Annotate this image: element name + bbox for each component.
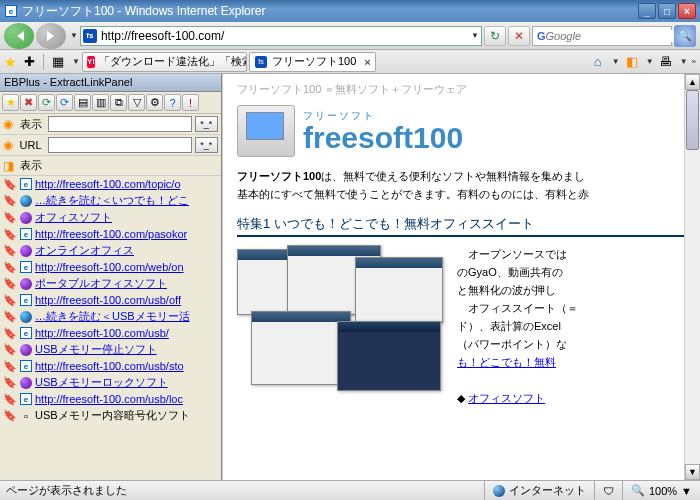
- tools-menu[interactable]: »: [692, 57, 696, 66]
- link-text: USBメモリーロックソフト: [35, 375, 168, 390]
- forward-button[interactable]: [36, 23, 66, 49]
- link-list-item[interactable]: 🔖ehttp://freesoft-100.com/usb/loc: [0, 391, 221, 407]
- minimize-button[interactable]: _: [638, 3, 656, 19]
- section-title: 特集1 いつでも！どこでも！無料オフィススイート: [237, 213, 686, 237]
- link-text: …続きを読む＜いつでも！どこ: [35, 193, 189, 208]
- address-input[interactable]: [97, 29, 469, 43]
- scroll-up-button[interactable]: ▲: [685, 74, 700, 90]
- panel-topic-link[interactable]: 🔖 e http://freesoft-100.com/topic/o: [0, 176, 221, 192]
- protected-mode-icon[interactable]: 🛡: [594, 481, 622, 500]
- add-favorite-icon[interactable]: ✚: [19, 53, 39, 71]
- search-input[interactable]: [546, 30, 685, 42]
- url-wildcard-button[interactable]: *_*: [195, 137, 218, 153]
- link-list-item[interactable]: 🔖オンラインオフィス: [0, 242, 221, 259]
- zoom-control[interactable]: 🔍 100% ▼: [622, 481, 700, 500]
- scroll-down-button[interactable]: ▼: [685, 464, 700, 480]
- panel-btn-view[interactable]: ▥: [92, 94, 109, 111]
- intro-paragraph: フリーソフト100は、無料で使える便利なソフトや無料情報を集めまし 基本的にすべ…: [237, 167, 686, 203]
- purple-dot-icon: [19, 376, 33, 390]
- ie-page-icon: e: [19, 227, 33, 241]
- address-dropdown[interactable]: ▼: [471, 31, 479, 40]
- bookmark-icon: 🔖: [3, 260, 17, 274]
- close-button[interactable]: ×: [678, 3, 696, 19]
- display-input[interactable]: [48, 116, 192, 132]
- page-content: フリーソフト100 ＝無料ソフト＋フリーウェア フリーソフト freesoft1…: [222, 74, 700, 480]
- panel-btn-about[interactable]: !: [182, 94, 199, 111]
- bookmark-icon: 🔖: [3, 293, 17, 307]
- link-list-item[interactable]: 🔖ehttp://freesoft-100.com/usb/off: [0, 292, 221, 308]
- link-text: USBメモリー内容暗号化ソフト: [35, 408, 190, 423]
- nav-toolbar: ▼ fs ▼ ↻ ✕ G 🔍: [0, 22, 700, 50]
- panel-btn-doc[interactable]: ▤: [74, 94, 91, 111]
- computer-icon: [237, 105, 295, 157]
- link-list-item[interactable]: 🔖ehttp://freesoft-100.com/usb/sto: [0, 358, 221, 374]
- window-titlebar: e フリーソフト100 - Windows Internet Explorer …: [0, 0, 700, 22]
- bookmark-icon: 🔖: [3, 277, 17, 291]
- google-icon: G: [537, 30, 546, 42]
- link-text: http://freesoft-100.com/usb/: [35, 327, 169, 339]
- bookmark-icon: 🔖: [3, 392, 17, 406]
- bookmark-icon: 🔖: [3, 211, 17, 225]
- more-link[interactable]: も！どこでも！無料: [457, 356, 556, 368]
- display-wildcard-button[interactable]: *_*: [195, 116, 218, 132]
- bookmark-icon: 🔖: [3, 326, 17, 340]
- purple-dot-icon: [19, 244, 33, 258]
- bookmark-icon: 🔖: [3, 310, 17, 324]
- back-button[interactable]: [4, 23, 34, 49]
- tab-close-icon[interactable]: ×: [364, 56, 370, 68]
- link-text: http://freesoft-100.com/usb/sto: [35, 360, 184, 372]
- link-list-item[interactable]: 🔖ehttp://freesoft-100.com/pasokor: [0, 226, 221, 242]
- link-list-item[interactable]: 🔖USBメモリー停止ソフト: [0, 341, 221, 358]
- vertical-scrollbar[interactable]: ▲ ▼: [684, 74, 700, 480]
- panel-btn-refresh2[interactable]: ⟳: [56, 94, 73, 111]
- favorites-star-icon[interactable]: ★: [4, 54, 17, 70]
- url-input[interactable]: [48, 137, 192, 153]
- logo-text: freesoft100: [303, 123, 463, 153]
- link-list-item[interactable]: 🔖ehttp://freesoft-100.com/usb/: [0, 325, 221, 341]
- link-text: …続きを読む＜USBメモリー活: [35, 309, 190, 324]
- quicktabs-icon[interactable]: ▦: [48, 53, 68, 71]
- link-list-item[interactable]: 🔖…続きを読む＜USBメモリー活: [0, 308, 221, 325]
- link-list-item[interactable]: 🔖▫USBメモリー内容暗号化ソフト: [0, 407, 221, 424]
- breadcrumb: フリーソフト100 ＝無料ソフト＋フリーウェア: [237, 82, 686, 97]
- history-dropdown[interactable]: ▼: [70, 31, 78, 40]
- panel-btn-filter[interactable]: ▽: [128, 94, 145, 111]
- tab-1[interactable]: Y! 「ダウンロード違法化」「検索…: [82, 52, 247, 72]
- panel-btn-copy[interactable]: ⧉: [110, 94, 127, 111]
- address-bar[interactable]: fs ▼: [80, 26, 482, 46]
- scrollbar-thumb[interactable]: [686, 90, 699, 150]
- print-icon[interactable]: 🖶: [656, 53, 676, 71]
- panel-btn-help[interactable]: ?: [164, 94, 181, 111]
- panel-btn-x[interactable]: ✖: [20, 94, 37, 111]
- panel-btn-star[interactable]: ★: [2, 94, 19, 111]
- link-list-item[interactable]: 🔖USBメモリーロックソフト: [0, 374, 221, 391]
- bookmark-icon: 🔖: [3, 244, 17, 258]
- link-text: http://freesoft-100.com/usb/loc: [35, 393, 183, 405]
- link-list-item[interactable]: 🔖ポータブルオフィスソフト: [0, 275, 221, 292]
- ie-page-icon: e: [19, 260, 33, 274]
- panel-title: EBPlus - ExtractLinkPanel: [0, 74, 221, 92]
- home-icon[interactable]: ⌂: [588, 53, 608, 71]
- office-soft-link[interactable]: オフィスソフト: [468, 392, 545, 404]
- purple-dot-icon: [19, 343, 33, 357]
- purple-dot-icon: [19, 211, 33, 225]
- site-favicon: fs: [254, 55, 268, 69]
- url-label: URL: [20, 139, 45, 151]
- link-list-item[interactable]: 🔖…続きを読む＜いつでも！どこ: [0, 192, 221, 209]
- search-button[interactable]: 🔍: [674, 25, 696, 47]
- link-text: http://freesoft-100.com/pasokor: [35, 228, 187, 240]
- refresh-button[interactable]: ↻: [484, 26, 506, 46]
- panel-btn-gear[interactable]: ⚙: [146, 94, 163, 111]
- panel-btn-refresh1[interactable]: ⟳: [38, 94, 55, 111]
- feeds-icon[interactable]: ◧: [622, 53, 642, 71]
- link-list-item[interactable]: 🔖ehttp://freesoft-100.com/web/on: [0, 259, 221, 275]
- ie-page-icon: e: [19, 392, 33, 406]
- tab-2[interactable]: fs フリーソフト100 ×: [249, 52, 376, 72]
- stop-button[interactable]: ✕: [508, 26, 530, 46]
- link-text: USBメモリー停止ソフト: [35, 342, 157, 357]
- zone-icon: [493, 485, 505, 497]
- link-list-item[interactable]: 🔖オフィスソフト: [0, 209, 221, 226]
- search-box[interactable]: G: [532, 26, 672, 46]
- maximize-button[interactable]: □: [658, 3, 676, 19]
- link-text: http://freesoft-100.com/usb/off: [35, 294, 181, 306]
